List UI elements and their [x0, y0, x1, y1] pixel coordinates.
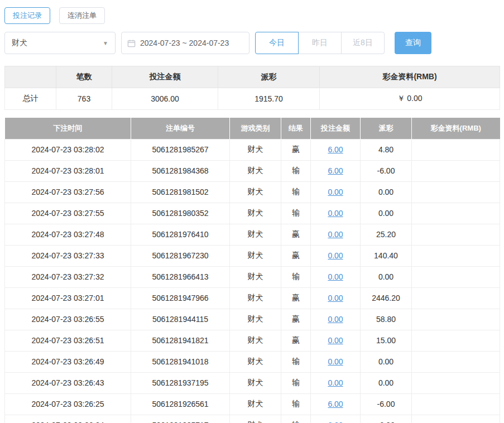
- bet-amount-cell: 0.00: [311, 330, 361, 351]
- bonus: [412, 415, 500, 423]
- chevron-down-icon: ▼: [103, 40, 108, 46]
- bet-amount-cell: 0.00: [311, 372, 361, 393]
- table-row: 2024-07-23 03:27:48 5061281976410 财犬 赢 0…: [5, 224, 500, 245]
- bonus: [412, 393, 500, 415]
- payout: 0.00: [361, 266, 412, 287]
- bet-result: 输: [281, 181, 311, 203]
- bet-time: 2024-07-23 03:26:24: [5, 415, 131, 423]
- bet-time: 2024-07-23 03:27:55: [5, 203, 131, 224]
- bet-amount-link[interactable]: 0.00: [328, 251, 343, 260]
- bonus: [412, 330, 500, 351]
- bet-id: 5061281926561: [131, 393, 230, 415]
- bet-amount-cell: 0.00: [311, 245, 361, 266]
- bonus: [412, 266, 500, 287]
- payout: -6.00: [361, 393, 412, 415]
- quick-today-button[interactable]: 今日: [255, 32, 299, 54]
- quick-last8days-button[interactable]: 近8日: [341, 32, 385, 54]
- table-row: 2024-07-23 03:28:02 5061281985267 财犬 赢 6…: [5, 139, 500, 160]
- game-type: 财犬: [230, 139, 281, 160]
- table-row: 2024-07-23 03:26:24 5061281925717 财犬 输 6…: [5, 415, 500, 423]
- payout: 140.40: [361, 245, 412, 266]
- bet-time: 2024-07-23 03:27:33: [5, 245, 131, 266]
- game-type: 财犬: [230, 203, 281, 224]
- bonus: [412, 160, 500, 181]
- bet-result: 赢: [281, 224, 311, 245]
- payout: -6.00: [361, 160, 412, 181]
- header-bet-amount: 投注金额: [311, 118, 361, 139]
- bet-amount-link[interactable]: 0.00: [328, 294, 343, 302]
- bet-time: 2024-07-23 03:26:49: [5, 351, 131, 372]
- bet-amount-link[interactable]: 0.00: [328, 336, 343, 345]
- date-range-input[interactable]: 2024-07-23 ~ 2024-07-23: [121, 32, 249, 54]
- bet-amount-link[interactable]: 6.00: [328, 145, 343, 154]
- payout: 4.80: [361, 139, 412, 160]
- bet-table: 下注时间 注单编号 游戏类别 结果 投注金额 派彩 彩金资料(RMB) 2024…: [4, 118, 500, 423]
- bet-result: 输: [281, 415, 311, 423]
- bet-table-body: 2024-07-23 03:28:02 5061281985267 财犬 赢 6…: [5, 139, 500, 423]
- bet-amount-cell: 0.00: [311, 203, 361, 224]
- bet-id: 5061281980352: [131, 203, 230, 224]
- header-payout: 派彩: [361, 118, 412, 139]
- game-select[interactable]: 财犬 ▼: [4, 32, 116, 54]
- bet-amount-link[interactable]: 0.00: [328, 188, 343, 196]
- bet-amount-link[interactable]: 0.00: [328, 315, 343, 324]
- bet-amount-link[interactable]: 0.00: [328, 230, 343, 239]
- bet-id: 5061281925717: [131, 415, 230, 423]
- game-type: 财犬: [230, 372, 281, 393]
- bet-id: 5061281976410: [131, 224, 230, 245]
- summary-header-payout: 派彩: [218, 66, 320, 88]
- payout: 0.00: [361, 351, 412, 372]
- bet-id: 5061281984368: [131, 160, 230, 181]
- bet-amount-link[interactable]: 0.00: [328, 272, 343, 281]
- bet-amount-link[interactable]: 0.00: [328, 357, 343, 366]
- payout: 0.00: [361, 181, 412, 203]
- table-row: 2024-07-23 03:27:32 5061281966413 财犬 输 0…: [5, 266, 500, 287]
- bet-amount-link[interactable]: 6.00: [328, 166, 343, 175]
- tab-bet-records[interactable]: 投注记录: [4, 7, 50, 24]
- bonus: [412, 181, 500, 203]
- payout: 0.00: [361, 372, 412, 393]
- table-row: 2024-07-23 03:27:01 5061281947966 财犬 赢 0…: [5, 287, 500, 309]
- payout: -6.00: [361, 415, 412, 423]
- tab-bar: 投注记录 连消注单: [4, 7, 500, 24]
- bet-result: 输: [281, 351, 311, 372]
- bet-result: 输: [281, 266, 311, 287]
- bet-time: 2024-07-23 03:28:02: [5, 139, 131, 160]
- tab-cancelled-bets[interactable]: 连消注单: [59, 7, 105, 24]
- bet-amount-link[interactable]: 6.00: [328, 421, 343, 423]
- bet-amount-link[interactable]: 6.00: [328, 400, 343, 408]
- game-type: 财犬: [230, 181, 281, 203]
- payout: 2446.20: [361, 287, 412, 309]
- game-select-value: 财犬: [12, 38, 27, 48]
- bet-time: 2024-07-23 03:26:25: [5, 393, 131, 415]
- bet-amount-cell: 6.00: [311, 139, 361, 160]
- bonus: [412, 287, 500, 309]
- bet-amount-link[interactable]: 0.00: [328, 209, 343, 218]
- table-row: 2024-07-23 03:26:55 5061281944115 财犬 赢 0…: [5, 309, 500, 330]
- bonus: [412, 203, 500, 224]
- table-row: 2024-07-23 03:26:25 5061281926561 财犬 输 6…: [5, 393, 500, 415]
- search-button[interactable]: 查询: [395, 32, 431, 54]
- bonus: [412, 309, 500, 330]
- summary-total-bonus: ￥ 0.00: [320, 88, 500, 110]
- bet-id: 5061281941018: [131, 351, 230, 372]
- bet-result: 输: [281, 203, 311, 224]
- quick-yesterday-button[interactable]: 昨日: [298, 32, 342, 54]
- bonus: [412, 351, 500, 372]
- calendar-icon: [127, 39, 136, 47]
- bet-result: 赢: [281, 245, 311, 266]
- bet-id: 5061281941821: [131, 330, 230, 351]
- bet-time: 2024-07-23 03:26:43: [5, 372, 131, 393]
- bet-result: 输: [281, 393, 311, 415]
- filter-bar: 财犬 ▼ 2024-07-23 ~ 2024-07-23 今日 昨日 近8日 查…: [4, 32, 500, 54]
- table-row: 2024-07-23 03:26:43 5061281937195 财犬 输 0…: [5, 372, 500, 393]
- summary-table: 笔数 投注金额 派彩 彩金资料(RMB) 总计 763 3006.00 1915…: [4, 66, 500, 110]
- bet-time: 2024-07-23 03:27:48: [5, 224, 131, 245]
- bonus: [412, 224, 500, 245]
- bet-amount-link[interactable]: 0.00: [328, 378, 343, 387]
- bonus: [412, 139, 500, 160]
- bet-amount-cell: 0.00: [311, 287, 361, 309]
- table-row: 2024-07-23 03:28:01 5061281984368 财犬 输 6…: [5, 160, 500, 181]
- bet-time: 2024-07-23 03:26:51: [5, 330, 131, 351]
- bet-time: 2024-07-23 03:26:55: [5, 309, 131, 330]
